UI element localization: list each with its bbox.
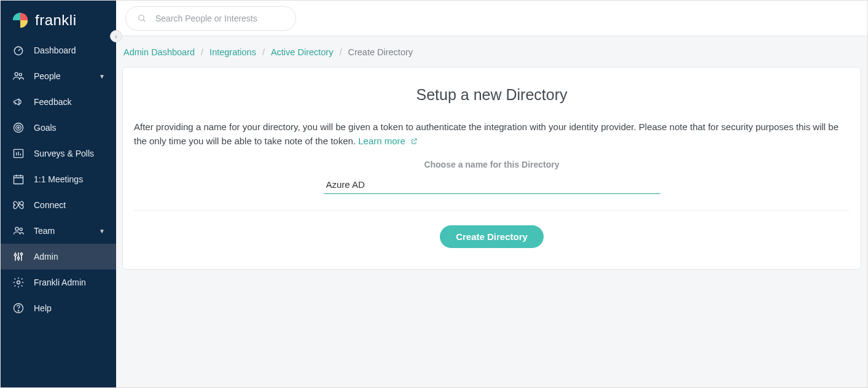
external-link-icon	[410, 138, 418, 145]
learn-more-label: Learn more	[358, 136, 405, 146]
calendar-icon	[12, 173, 25, 185]
breadcrumb-separator: /	[339, 47, 342, 57]
chevron-down-icon: ▼	[99, 228, 105, 235]
svg-point-8	[15, 227, 18, 230]
sidebar-item-label: Team	[34, 226, 99, 236]
help-icon	[12, 302, 25, 314]
content: Admin Dashboard / Integrations / Active …	[116, 36, 867, 387]
page-description-text: After providing a name for your director…	[134, 122, 839, 146]
global-search[interactable]	[125, 6, 296, 31]
svg-point-10	[14, 254, 16, 256]
target-icon	[12, 122, 25, 134]
sidebar-item-label: 1:1 Meetings	[34, 174, 105, 184]
learn-more-link[interactable]: Learn more	[358, 136, 418, 146]
svg-point-2	[19, 73, 22, 76]
search-icon	[137, 14, 147, 23]
sidebar-item-label: Feedback	[34, 97, 105, 107]
directory-name-input[interactable]	[324, 176, 660, 194]
directory-setup-card: Setup a new Directory After providing a …	[122, 67, 861, 270]
sidebar-collapse-toggle[interactable]: ‹	[110, 30, 122, 42]
infinity-icon	[12, 199, 25, 211]
create-directory-button[interactable]: Create Directory	[440, 225, 544, 248]
gauge-icon	[12, 44, 25, 56]
breadcrumb-separator: /	[201, 47, 203, 57]
svg-rect-7	[14, 176, 23, 184]
sidebar: frankli Dashboard People ▼ Feedback	[1, 1, 116, 387]
svg-point-3	[14, 123, 23, 133]
sidebar-item-label: Surveys & Polls	[34, 149, 105, 158]
main-area: ‹ Admin Dashboard / Integrations / Activ…	[116, 1, 867, 387]
sidebar-item-label: Dashboard	[34, 45, 105, 55]
breadcrumb-link[interactable]: Admin Dashboard	[123, 47, 195, 57]
sidebar-item-label: Frankli Admin	[34, 277, 105, 287]
breadcrumb-link[interactable]: Active Directory	[271, 47, 334, 57]
page-description: After providing a name for your director…	[134, 120, 850, 149]
chart-icon	[12, 147, 25, 160]
topbar	[116, 1, 867, 36]
sidebar-item-meetings[interactable]: 1:1 Meetings	[1, 166, 116, 192]
field-label: Choose a name for this Directory	[134, 160, 850, 169]
breadcrumb: Admin Dashboard / Integrations / Active …	[122, 45, 861, 67]
sidebar-item-connect[interactable]: Connect	[1, 192, 116, 218]
sidebar-item-label: People	[34, 71, 99, 81]
svg-point-12	[20, 253, 22, 255]
sliders-icon	[12, 250, 25, 263]
sidebar-item-team[interactable]: Team ▼	[1, 218, 116, 244]
sidebar-item-feedback[interactable]: Feedback	[1, 89, 116, 115]
svg-point-11	[17, 257, 19, 259]
people-icon	[12, 70, 25, 82]
breadcrumb-link[interactable]: Integrations	[209, 47, 256, 57]
page-title: Setup a new Directory	[134, 86, 850, 104]
svg-point-5	[18, 127, 20, 129]
sidebar-item-label: Goals	[34, 123, 105, 133]
sidebar-item-label: Admin	[34, 252, 105, 262]
sidebar-item-surveys[interactable]: Surveys & Polls	[1, 141, 116, 166]
svg-point-15	[18, 311, 18, 311]
svg-point-16	[139, 15, 144, 20]
sidebar-nav: Dashboard People ▼ Feedback Goals	[1, 37, 116, 321]
team-icon	[12, 225, 25, 237]
sidebar-item-dashboard[interactable]: Dashboard	[1, 37, 116, 63]
sidebar-item-label: Connect	[34, 200, 105, 210]
svg-point-9	[20, 228, 22, 230]
gear-icon	[12, 276, 25, 289]
directory-name-field: Choose a name for this Directory	[134, 160, 850, 194]
brand-name: frankli	[35, 12, 77, 29]
search-input[interactable]	[155, 14, 284, 23]
brand-logo[interactable]: frankli	[1, 1, 116, 37]
divider	[134, 210, 850, 211]
sidebar-item-goals[interactable]: Goals	[1, 115, 116, 141]
svg-point-13	[17, 281, 20, 284]
sidebar-item-frankli-admin[interactable]: Frankli Admin	[1, 270, 116, 295]
chevron-left-icon: ‹	[115, 33, 117, 40]
sidebar-item-people[interactable]: People ▼	[1, 63, 116, 89]
breadcrumb-separator: /	[262, 47, 265, 57]
megaphone-icon	[12, 96, 25, 108]
sidebar-item-admin[interactable]: Admin	[1, 244, 116, 270]
svg-point-1	[15, 72, 18, 76]
svg-point-4	[16, 125, 21, 130]
sidebar-item-label: Help	[34, 303, 105, 313]
sidebar-item-help[interactable]: Help	[1, 295, 116, 321]
brand-mark-icon	[12, 12, 29, 29]
breadcrumb-current: Create Directory	[348, 47, 413, 57]
chevron-down-icon: ▼	[99, 73, 105, 80]
